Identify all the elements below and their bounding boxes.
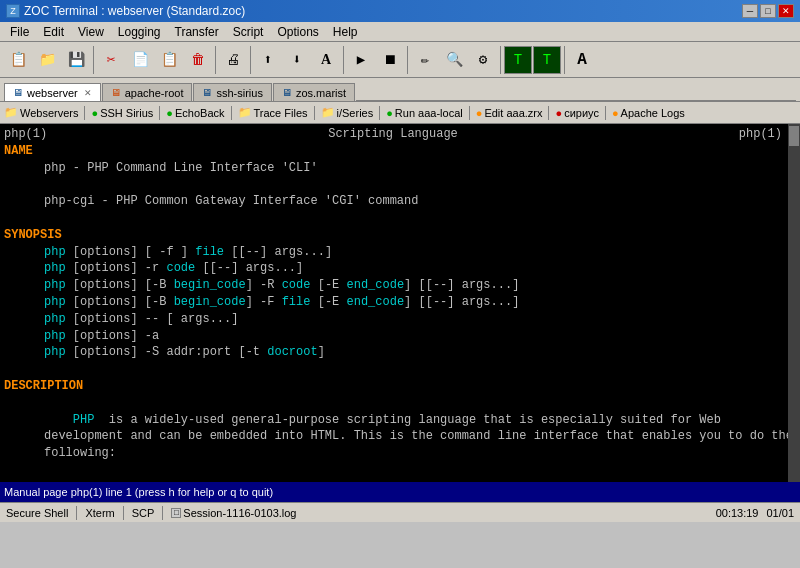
bm-apache-logs-icon: ● <box>612 107 619 119</box>
bm-sirius-cy-icon: ● <box>555 107 562 119</box>
name-php-cli: php - PHP Command Line Interface 'CLI' <box>44 160 796 177</box>
bottom-right: 00:13:19 01/01 <box>716 507 794 519</box>
bm-edit-aaa-icon: ● <box>476 107 483 119</box>
secure-shell-label: Secure Shell <box>6 507 68 519</box>
tool-stop[interactable]: ⏹ <box>376 46 404 74</box>
bm-iseries-label: i/Series <box>337 107 374 119</box>
menu-view[interactable]: View <box>72 24 110 40</box>
bm-trace-files-icon: 📁 <box>238 106 252 119</box>
tab-ssh-sirius[interactable]: 🖥 ssh-sirius <box>193 83 271 101</box>
bm-sirius-cy[interactable]: ● сириус <box>555 107 598 119</box>
synopsis-1: php [options] [ -f ] file [[--] args...] <box>44 244 796 261</box>
bottom-time: 00:13:19 <box>716 507 759 519</box>
tool-play[interactable]: ▶ <box>347 46 375 74</box>
section-synopsis: SYNOPSIS <box>4 227 796 244</box>
scroll-thumb[interactable] <box>789 126 799 146</box>
menu-logging[interactable]: Logging <box>112 24 167 40</box>
bm-ssh-sirius[interactable]: ● SSH Sirius <box>91 107 153 119</box>
synopsis-6: php [options] -a <box>44 328 796 345</box>
menu-script[interactable]: Script <box>227 24 270 40</box>
bottom-session: □ Session-1116-0103.log <box>171 507 296 519</box>
synopsis-5: php [options] -- [ args...] <box>44 311 796 328</box>
menu-transfer[interactable]: Transfer <box>169 24 225 40</box>
tab-ssh-sirius-label: ssh-sirius <box>216 87 262 99</box>
bottom-xterm[interactable]: Xterm <box>85 507 114 519</box>
bm-sirius-cy-label: сириус <box>564 107 599 119</box>
bm-run-aaa[interactable]: ● Run aaa-local <box>386 107 463 119</box>
session-indicator-icon: □ <box>171 508 181 518</box>
bottom-secure-shell[interactable]: Secure Shell <box>6 507 68 519</box>
bm-trace-files[interactable]: 📁 Trace Files <box>238 106 308 119</box>
tool-cut[interactable]: ✂ <box>97 46 125 74</box>
tool-arrow-down[interactable]: ⬇ <box>283 46 311 74</box>
tool-font[interactable]: A <box>312 46 340 74</box>
bottom-bar: Secure Shell Xterm SCP □ Session-1116-01… <box>0 502 800 522</box>
tool-copy[interactable]: 📄 <box>126 46 154 74</box>
tool-edit[interactable]: ✏ <box>411 46 439 74</box>
menu-options[interactable]: Options <box>271 24 324 40</box>
bm-iseries[interactable]: 📁 i/Series <box>321 106 374 119</box>
term-header-left: php(1) <box>4 126 47 143</box>
tool-save[interactable]: 💾 <box>62 46 90 74</box>
minimize-button[interactable]: ─ <box>742 4 758 18</box>
tool-arrow-up[interactable]: ⬆ <box>254 46 282 74</box>
window-controls[interactable]: ─ □ ✕ <box>742 4 794 18</box>
tab-bar: 🖥 webserver ✕ 🖥 apache-root 🖥 ssh-sirius… <box>0 78 800 102</box>
maximize-button[interactable]: □ <box>760 4 776 18</box>
tab-webserver-label: webserver <box>27 87 78 99</box>
blank-line-2 <box>4 210 796 227</box>
scp-label: SCP <box>132 507 155 519</box>
terminal[interactable]: php(1) Scripting Language php(1) NAME ph… <box>0 124 800 482</box>
desc-1: PHP is a widely-used general-purpose scr… <box>44 395 796 479</box>
tool-print[interactable]: 🖨 <box>219 46 247 74</box>
tool-delete[interactable]: 🗑 <box>184 46 212 74</box>
tool-terminal1[interactable]: T <box>504 46 532 74</box>
scrollbar[interactable] <box>788 124 800 482</box>
tool-font-a[interactable]: A <box>568 46 596 74</box>
section-description: DESCRIPTION <box>4 378 796 395</box>
close-button[interactable]: ✕ <box>778 4 794 18</box>
bm-echoback[interactable]: ● EchoBack <box>166 107 224 119</box>
bm-apache-logs[interactable]: ● Apache Logs <box>612 107 685 119</box>
bm-edit-aaa[interactable]: ● Edit aaa.zrx <box>476 107 543 119</box>
tab-webserver[interactable]: 🖥 webserver ✕ <box>4 83 101 101</box>
tool-settings[interactable]: ⚙ <box>469 46 497 74</box>
session-log-label: Session-1116-0103.log <box>183 507 296 519</box>
tab-apache-root-label: apache-root <box>125 87 184 99</box>
window-title: ZOC Terminal : webserver (Standard.zoc) <box>24 4 245 18</box>
tool-search[interactable]: 🔍 <box>440 46 468 74</box>
blank-line-1 <box>4 176 796 193</box>
bm-webservers-icon: 📁 <box>4 106 18 119</box>
menu-help[interactable]: Help <box>327 24 364 40</box>
tool-terminal2[interactable]: T <box>533 46 561 74</box>
status-bar: Manual page php(1) line 1 (press h for h… <box>0 482 800 502</box>
bm-run-aaa-label: Run aaa-local <box>395 107 463 119</box>
section-name: NAME <box>4 143 796 160</box>
synopsis-7: php [options] -S addr:port [-t docroot] <box>44 344 796 361</box>
tool-new[interactable]: 📋 <box>4 46 32 74</box>
bm-echoback-icon: ● <box>166 107 173 119</box>
tool-paste[interactable]: 📋 <box>155 46 183 74</box>
tool-open[interactable]: 📁 <box>33 46 61 74</box>
bottom-date: 01/01 <box>766 507 794 519</box>
synopsis-3: php [options] [-B begin_code] -R code [-… <box>44 277 796 294</box>
bm-ssh-sirius-icon: ● <box>91 107 98 119</box>
xterm-label: Xterm <box>85 507 114 519</box>
bm-edit-aaa-label: Edit aaa.zrx <box>484 107 542 119</box>
menu-file[interactable]: File <box>4 24 35 40</box>
menu-edit[interactable]: Edit <box>37 24 70 40</box>
name-php-cgi: php-cgi - PHP Common Gateway Interface '… <box>44 193 796 210</box>
bm-apache-logs-label: Apache Logs <box>621 107 685 119</box>
app-icon: Z <box>6 4 20 18</box>
bm-webservers[interactable]: 📁 Webservers <box>4 106 78 119</box>
bm-echoback-label: EchoBack <box>175 107 225 119</box>
tab-webserver-close[interactable]: ✕ <box>84 88 92 98</box>
bottom-scp[interactable]: SCP <box>132 507 155 519</box>
bm-ssh-sirius-label: SSH Sirius <box>100 107 153 119</box>
bookmarks-bar: 📁 Webservers ● SSH Sirius ● EchoBack 📁 T… <box>0 102 800 124</box>
tab-zos-marist[interactable]: 🖥 zos.marist <box>273 83 355 101</box>
tab-apache-root[interactable]: 🖥 apache-root <box>102 83 193 101</box>
term-header-right: php(1) <box>739 126 782 143</box>
title-bar: Z ZOC Terminal : webserver (Standard.zoc… <box>0 0 800 22</box>
term-header-center: Scripting Language <box>328 126 458 143</box>
